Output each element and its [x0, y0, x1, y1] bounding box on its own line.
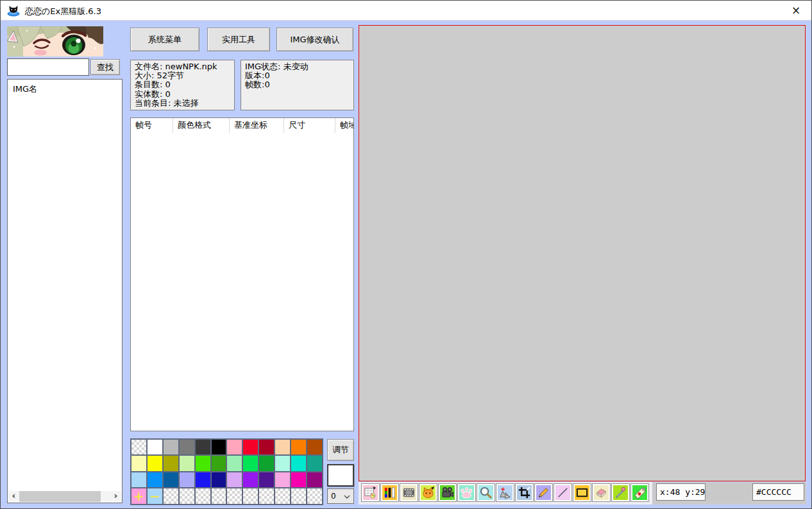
palette-swatch[interactable] — [148, 472, 162, 487]
palette-swatch[interactable] — [227, 456, 242, 470]
palette-swatch[interactable] — [243, 472, 258, 487]
line-tool-button[interactable] — [554, 483, 572, 502]
remove-color-button[interactable]: − — [148, 488, 162, 504]
frame-table[interactable]: 帧号颜色格式基准坐标尺寸帧域 — [130, 117, 354, 431]
palette-swatch[interactable] — [212, 440, 226, 454]
palette-swatch[interactable] — [275, 472, 290, 487]
palette-swatch[interactable] — [243, 456, 258, 470]
palette-swatch[interactable] — [291, 472, 306, 487]
cursor-coordinates: x:48 y:292 — [656, 483, 706, 501]
color-palette: +− — [130, 438, 323, 505]
column-header-5[interactable]: 帧域 — [335, 118, 353, 133]
column-header-4[interactable]: 尺寸 — [284, 118, 335, 133]
current-color-swatch[interactable] — [327, 464, 354, 487]
adjust-button[interactable]: 调节 — [327, 439, 354, 461]
app-cat-icon — [6, 4, 21, 17]
palette-swatch-transparent[interactable] — [307, 488, 322, 504]
palette-swatch[interactable] — [259, 472, 274, 487]
transform-tool-button[interactable] — [496, 483, 514, 502]
image-canvas[interactable] — [359, 25, 806, 481]
search-input[interactable] — [7, 58, 89, 76]
img-confirm-button[interactable]: IMG修改确认 — [276, 28, 353, 51]
palette-swatch-transparent[interactable] — [180, 488, 194, 504]
palette-swatch[interactable] — [227, 472, 242, 487]
rectangle-tool-button[interactable] — [573, 483, 591, 502]
column-header-2[interactable]: 颜色格式 — [173, 118, 230, 133]
frame-table-header: 帧号颜色格式基准坐标尺寸帧域 — [131, 118, 353, 133]
new-canvas-tool-button[interactable] — [361, 483, 380, 502]
entry-count-text: 条目数: 0 — [135, 80, 230, 89]
palette-swatch[interactable] — [291, 456, 306, 470]
crop-tool-button[interactable] — [515, 483, 534, 502]
palette-swatch[interactable] — [131, 456, 146, 470]
system-menu-button[interactable]: 系统菜单 — [130, 28, 199, 51]
palette-swatch[interactable] — [291, 440, 306, 454]
palette-swatch[interactable] — [164, 456, 178, 470]
magnifier-tool-button[interactable] — [477, 483, 495, 502]
horizontal-scrollbar[interactable]: ‹ › — [8, 491, 121, 502]
column-header-1[interactable]: 帧号 — [131, 118, 173, 133]
mascot-banner-image — [7, 26, 103, 56]
palette-swatch-transparent[interactable] — [291, 488, 306, 504]
palette-swatch[interactable] — [180, 440, 194, 454]
cat-tool-button[interactable] — [419, 483, 437, 502]
palette-swatch[interactable] — [164, 440, 178, 454]
palette-swatch-transparent[interactable] — [131, 440, 146, 454]
palette-swatch[interactable] — [164, 472, 178, 487]
palette-swatch-transparent[interactable] — [196, 488, 210, 504]
palette-swatch-transparent[interactable] — [227, 488, 242, 504]
scrollbar-thumb[interactable] — [19, 491, 101, 502]
palette-swatch[interactable] — [227, 440, 242, 454]
tag-tool-button[interactable] — [630, 483, 649, 502]
dropper-tool-button[interactable] — [611, 483, 630, 502]
palette-swatch[interactable] — [148, 440, 162, 454]
camera-tool-button[interactable] — [438, 483, 457, 502]
palette-swatch[interactable] — [196, 472, 210, 487]
palette-swatch[interactable] — [180, 456, 194, 470]
palette-swatch[interactable] — [131, 472, 146, 487]
palette-swatch[interactable] — [196, 440, 210, 454]
palette-swatch[interactable] — [196, 456, 210, 470]
palette-swatch[interactable] — [243, 440, 258, 454]
palette-swatch[interactable] — [307, 456, 322, 470]
palette-swatch[interactable] — [307, 472, 322, 487]
title-bar: 恋恋のEx黑猫版.6.3 × — [1, 1, 811, 21]
palette-swatch-transparent[interactable] — [164, 488, 178, 504]
utilities-button[interactable]: 实用工具 — [207, 28, 270, 51]
eraser-icon — [594, 485, 609, 500]
zoom-select[interactable]: 0 — [327, 488, 354, 504]
palette-swatch[interactable] — [307, 440, 322, 454]
color-bars-tool-button[interactable] — [380, 483, 399, 502]
palette-swatch-transparent[interactable] — [259, 488, 274, 504]
film-icon — [402, 485, 416, 500]
paw-icon — [459, 485, 474, 500]
palette-swatch[interactable] — [180, 472, 194, 487]
pencil-tool-button[interactable] — [534, 483, 553, 502]
film-tool-button[interactable] — [400, 483, 418, 502]
eraser-tool-button[interactable] — [592, 483, 611, 502]
camera-icon — [440, 485, 455, 500]
palette-swatch[interactable] — [275, 456, 290, 470]
paw-tool-button[interactable] — [457, 483, 476, 502]
search-button[interactable]: 查找 — [90, 59, 120, 75]
palette-swatch[interactable] — [259, 440, 274, 454]
current-entry-text: 当前条目: 未选择 — [135, 99, 230, 108]
palette-swatch[interactable] — [259, 456, 274, 470]
add-color-button[interactable]: + — [131, 488, 146, 504]
palette-swatch[interactable] — [212, 472, 226, 487]
close-icon[interactable]: × — [789, 4, 803, 18]
palette-swatch[interactable] — [148, 456, 162, 470]
app-window: 恋恋のEx黑猫版.6.3 × 查找 IM — [0, 0, 812, 509]
palette-swatch-transparent[interactable] — [212, 488, 226, 504]
new-canvas-icon — [363, 485, 378, 500]
palette-swatch-transparent[interactable] — [243, 488, 258, 504]
cat-icon — [421, 485, 436, 500]
scroll-left-icon[interactable]: ‹ — [8, 491, 19, 502]
palette-swatch[interactable] — [212, 456, 226, 470]
column-header-3[interactable]: 基准坐标 — [230, 118, 284, 133]
scroll-right-icon[interactable]: › — [110, 491, 121, 502]
img-name-list[interactable]: IMG名 ‹ › — [7, 79, 123, 503]
palette-swatch-transparent[interactable] — [275, 488, 290, 504]
palette-swatch[interactable] — [275, 440, 290, 454]
color-hex-display[interactable]: #CCCCCC — [752, 483, 804, 501]
